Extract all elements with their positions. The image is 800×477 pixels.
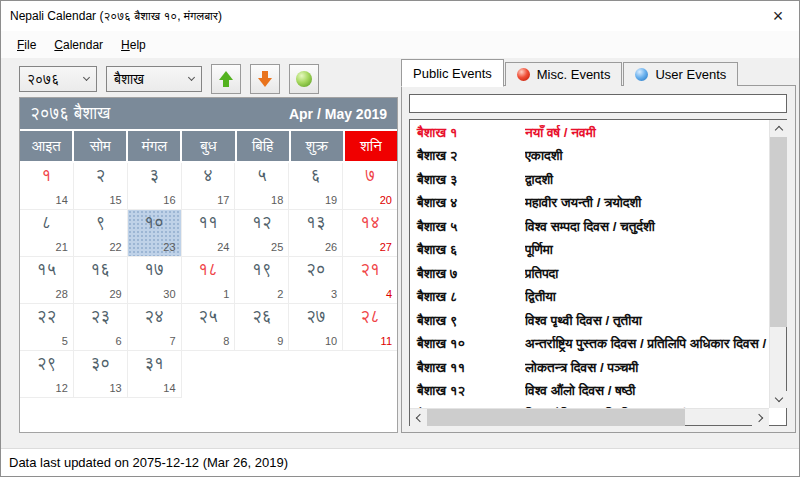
nepali-date: ३१ (128, 354, 181, 374)
calendar-cell[interactable]: ९22 (74, 210, 128, 257)
event-row[interactable]: बैशाख २एकादशी (410, 145, 769, 169)
scroll-left-icon[interactable] (410, 409, 427, 426)
event-row[interactable]: बैशाख ९विश्व पृथ्वी दिवस / तृतीया (410, 309, 769, 333)
nepali-date: १८ (182, 260, 235, 280)
calendar-cell[interactable]: २१4 (343, 257, 397, 304)
nepali-date: १६ (74, 260, 127, 280)
gregorian-date: 1 (223, 288, 229, 300)
nepali-date: ८ (20, 213, 73, 233)
calendar-cell[interactable]: ८21 (20, 210, 74, 257)
calendar-cell[interactable]: १३26 (289, 210, 343, 257)
gregorian-date: 29 (109, 288, 121, 300)
event-name: द्वितीया (525, 289, 769, 305)
calendar-cell[interactable]: २३6 (74, 304, 128, 351)
today-button[interactable] (289, 64, 319, 94)
event-row[interactable]: बैशाख १२विश्व औंलो दिवस / षष्ठी (410, 380, 769, 404)
calendar-cell-empty (235, 351, 289, 398)
calendar-cell[interactable]: २९12 (20, 351, 74, 398)
calendar-cell[interactable]: १९2 (235, 257, 289, 304)
event-row[interactable]: बैशाख ११लोकतन्त्र दिवस / पञ्चमी (410, 356, 769, 380)
menu-bar: File Calendar Help (1, 31, 799, 58)
event-row[interactable]: बैशाख ३द्वादशी (410, 168, 769, 192)
calendar-cell[interactable]: २०3 (289, 257, 343, 304)
vertical-scrollbar[interactable] (769, 120, 786, 408)
horizontal-scroll-thumb[interactable] (427, 409, 685, 426)
calendar-cell[interactable]: ३16 (128, 163, 182, 210)
year-select-value: २०७६ (27, 71, 59, 88)
weekday-header: बुध (182, 131, 234, 161)
gregorian-date: 4 (386, 288, 392, 300)
scroll-down-icon[interactable] (770, 391, 787, 408)
menu-calendar[interactable]: Calendar (45, 33, 112, 57)
calendar-cell[interactable]: १८1 (182, 257, 236, 304)
event-name: अन्तर्राष्ट्रिय पुस्तक दिवस / प्रतिलिपि … (525, 336, 769, 352)
calendar-cell[interactable]: १14 (20, 163, 74, 210)
menu-help[interactable]: Help (112, 33, 155, 57)
event-row[interactable]: बैशाख ४महावीर जयन्ती / त्रयोदशी (410, 192, 769, 216)
event-day: बैशाख ३ (417, 172, 525, 188)
menu-file[interactable]: File (8, 33, 45, 57)
event-day: बैशाख ८ (417, 289, 525, 305)
nepali-date: १ (20, 166, 73, 186)
calendar-cell[interactable]: २४7 (128, 304, 182, 351)
event-row[interactable]: बैशाख १०अन्तर्राष्ट्रिय पुस्तक दिवस / प्… (410, 333, 769, 357)
nepali-date: १७ (128, 260, 181, 280)
event-row[interactable]: बैशाख ५विश्व सम्पदा दिवस / चतुर्दशी (410, 215, 769, 239)
close-icon[interactable]: × (767, 7, 789, 25)
tab-public-events[interactable]: Public Events (401, 59, 504, 87)
weekday-header: आइत (20, 131, 72, 161)
calendar-cell[interactable]: १६29 (74, 257, 128, 304)
weekday-header-row: आइतसोममंगलबुधबिहिशुक्रशनि (20, 131, 397, 161)
calendar-cell[interactable]: ३०13 (74, 351, 128, 398)
calendar-cell[interactable]: १५28 (20, 257, 74, 304)
calendar-cell[interactable]: ७20 (343, 163, 397, 210)
horizontal-scrollbar[interactable] (410, 408, 769, 425)
calendar-cell[interactable]: २५8 (182, 304, 236, 351)
vertical-scroll-thumb[interactable] (770, 137, 787, 327)
calendar-cell[interactable]: २15 (74, 163, 128, 210)
event-search-input[interactable] (409, 94, 787, 113)
calendar-cell[interactable]: १७30 (128, 257, 182, 304)
scroll-up-icon[interactable] (770, 120, 787, 137)
event-row[interactable]: बैशाख ८द्वितीया (410, 286, 769, 310)
year-select[interactable]: २०७६ (19, 66, 97, 92)
event-row[interactable]: बैशाख ६पूर्णिमा (410, 239, 769, 263)
gregorian-date: 16 (163, 194, 175, 206)
gregorian-date: 25 (271, 241, 283, 253)
event-row[interactable]: बैशाख ७प्रतिपदा (410, 262, 769, 286)
weekday-header: मंगल (128, 131, 180, 161)
calendar-cell[interactable]: ६19 (289, 163, 343, 210)
calendar-cell[interactable]: २७10 (289, 304, 343, 351)
chevron-down-icon (188, 74, 195, 81)
nepali-date: २७ (289, 307, 342, 327)
gregorian-date: 22 (109, 241, 121, 253)
calendar-grid: १14२15३16४17५18६19७20८21९22१०23११24१२25१… (20, 163, 397, 398)
calendar-cell[interactable]: ३१14 (128, 351, 182, 398)
tab-label: Misc. Events (537, 67, 611, 82)
tab-misc-events[interactable]: Misc. Events (505, 62, 623, 86)
event-day: बैशाख ५ (417, 219, 525, 235)
previous-month-button[interactable] (211, 64, 241, 94)
calendar-cell[interactable]: ५18 (235, 163, 289, 210)
calendar-cell[interactable]: १०23 (128, 210, 182, 257)
gregorian-date: 21 (56, 241, 68, 253)
tab-user-events[interactable]: User Events (623, 62, 738, 86)
calendar-cell[interactable]: २८11 (343, 304, 397, 351)
calendar-cell[interactable]: १२25 (235, 210, 289, 257)
green-ball-icon (296, 71, 312, 87)
scroll-right-icon[interactable] (752, 409, 769, 426)
blue-ball-icon (635, 68, 648, 81)
calendar-cell[interactable]: २२5 (20, 304, 74, 351)
event-name: विश्व सम्पदा दिवस / चतुर्दशी (525, 219, 769, 235)
calendar-cell[interactable]: १४27 (343, 210, 397, 257)
gregorian-date: 10 (325, 335, 337, 347)
gregorian-date: 14 (56, 194, 68, 206)
weekday-header: सोम (74, 131, 126, 161)
calendar-cell[interactable]: ११24 (182, 210, 236, 257)
next-month-button[interactable] (250, 64, 280, 94)
event-row[interactable]: बैशाख १नयाँ वर्ष / नवमी (410, 121, 769, 145)
calendar-cell[interactable]: ४17 (182, 163, 236, 210)
calendar-cell[interactable]: २६9 (235, 304, 289, 351)
month-select[interactable]: बैशाख (106, 66, 202, 92)
gregorian-date: 17 (217, 194, 229, 206)
